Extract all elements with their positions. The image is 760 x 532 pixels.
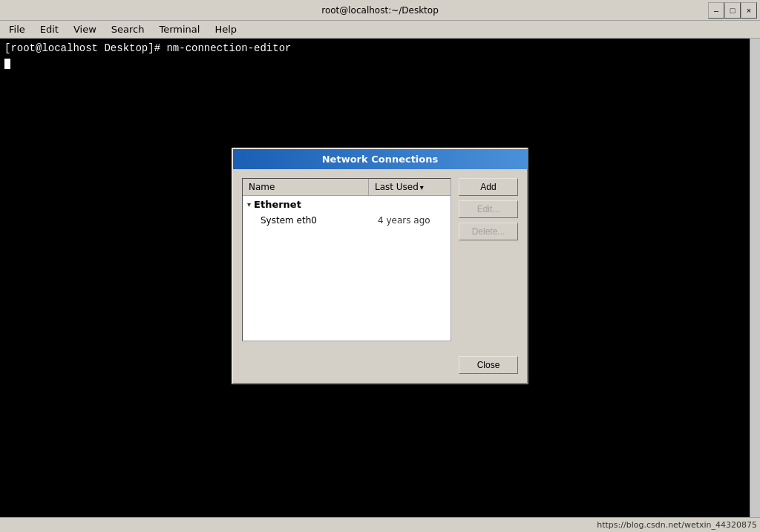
- connection-list-container[interactable]: Name Last Used ▾ ▾ Ethernet System: [242, 178, 451, 341]
- ethernet-group-header[interactable]: ▾ Ethernet: [243, 196, 451, 213]
- ethernet-group: ▾ Ethernet System eth0 4 years ago: [243, 196, 451, 228]
- list-item[interactable]: System eth0 4 years ago: [243, 213, 451, 228]
- close-dialog-button[interactable]: Close: [459, 356, 518, 374]
- dialog-overlay: Network Connections Name Last Used ▾: [0, 0, 760, 532]
- add-button[interactable]: Add: [459, 178, 518, 196]
- sort-arrow-icon: ▾: [420, 183, 424, 191]
- edit-button[interactable]: Edit...: [459, 200, 518, 218]
- column-last-used-label: Last Used: [375, 182, 419, 192]
- connection-last-used: 4 years ago: [378, 215, 445, 226]
- dialog-title: Network Connections: [233, 149, 527, 169]
- ethernet-group-label: Ethernet: [254, 199, 301, 210]
- dialog-action-buttons: Add Edit... Delete...: [459, 178, 518, 341]
- list-content: ▾ Ethernet System eth0 4 years ago: [243, 196, 451, 228]
- network-connections-dialog: Network Connections Name Last Used ▾: [232, 148, 528, 384]
- connection-name: System eth0: [261, 215, 378, 226]
- column-last-used[interactable]: Last Used ▾: [369, 179, 451, 195]
- column-name[interactable]: Name: [243, 179, 369, 195]
- group-collapse-arrow-icon: ▾: [247, 200, 251, 208]
- dialog-footer: Close: [233, 350, 527, 383]
- dialog-body: Name Last Used ▾ ▾ Ethernet System: [233, 169, 527, 350]
- list-header: Name Last Used ▾: [243, 179, 451, 196]
- delete-button[interactable]: Delete...: [459, 223, 518, 240]
